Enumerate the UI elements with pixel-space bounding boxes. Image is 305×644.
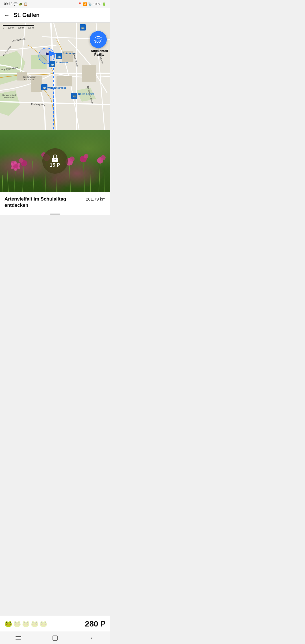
info-section: Artenvielfalt im Schulalltag entdecken 2…	[0, 192, 110, 212]
svg-rect-16	[82, 65, 96, 82]
scale-300: 300 m	[28, 27, 34, 29]
scale-200: 200 m	[18, 27, 24, 29]
svg-point-50	[11, 163, 14, 166]
status-right: 📍 📶 📡 100% 🔋	[78, 2, 106, 6]
svg-point-36	[19, 158, 23, 163]
btn-360[interactable]: 360°	[90, 31, 107, 48]
svg-rect-15	[62, 51, 73, 62]
location-icon: 📍	[78, 2, 82, 6]
card-title: Artenvielfalt im Schulalltag entdecken	[5, 196, 83, 208]
bus-stop-waldgut[interactable]: 🚌	[41, 84, 47, 90]
time-display: 09:13	[4, 2, 12, 6]
svg-line-52	[56, 172, 56, 192]
bus-stop-rotmonten2[interactable]: 🚌	[49, 61, 55, 67]
back-button[interactable]: ←	[4, 12, 10, 18]
bus-stop-rotmonten1[interactable]: 🚌	[56, 53, 62, 59]
svg-line-24	[7, 169, 8, 192]
battery-label: 100%	[93, 2, 101, 6]
bus-stop-obere-leimat[interactable]: 🚌	[71, 93, 77, 99]
svg-point-49	[11, 166, 14, 169]
svg-rect-13	[56, 76, 72, 86]
card-distance: 281.79 km	[86, 196, 106, 201]
card-container: 15 P Artenvielfalt im Schulalltag entdec…	[0, 130, 110, 215]
svg-point-44	[101, 155, 106, 160]
screenshot-icon: 📋	[24, 2, 28, 6]
image-section[interactable]: 15 P	[0, 130, 110, 192]
svg-rect-17	[17, 72, 27, 80]
ar-label: Augmented Reality	[91, 49, 108, 56]
svg-line-30	[83, 160, 85, 192]
svg-line-27	[32, 161, 34, 192]
signal-icon: 📡	[88, 2, 92, 6]
svg-point-45	[14, 161, 17, 164]
lock-points-label: 15 P	[50, 163, 60, 168]
page-title: St. Gallen	[14, 12, 40, 18]
svg-point-40	[69, 156, 75, 162]
ar-label-text2: Reality	[91, 53, 108, 56]
ar-label-text: Augmented	[91, 49, 108, 53]
svg-rect-22	[46, 53, 49, 55]
bus-stop-son[interactable]: 🚌	[80, 24, 86, 31]
map-container[interactable]: 0 100 m 200 m 300 m 🚌 🚌 🚌 🚌 🚌 Rotmonten …	[0, 23, 110, 130]
svg-line-32	[104, 167, 104, 192]
svg-line-53	[90, 171, 91, 192]
scale-bar: 0 100 m 200 m 300 m	[3, 25, 34, 29]
svg-line-26	[23, 164, 24, 192]
scale-100: 100 m	[8, 27, 14, 29]
svg-rect-14	[31, 76, 42, 92]
battery-icon: 🔋	[102, 2, 106, 6]
svg-point-48	[14, 168, 17, 171]
header: ← St. Gallen	[0, 8, 110, 23]
lock-overlay: 15 P	[42, 148, 68, 174]
status-left: 09:13 💬 🐢 📋	[4, 2, 28, 6]
status-bar: 09:13 💬 🐢 📋 📍 📶 📡 100% 🔋	[0, 0, 110, 8]
turtle-icon: 🐢	[19, 2, 23, 6]
scale-0: 0	[3, 27, 4, 29]
svg-line-31	[99, 161, 100, 192]
wifi-icon: 📶	[83, 2, 87, 6]
drag-handle[interactable]	[50, 214, 60, 215]
svg-line-29	[69, 162, 71, 192]
svg-point-46	[18, 163, 20, 166]
lock-icon	[51, 154, 59, 162]
whatsapp-icon: 💬	[14, 2, 18, 6]
svg-marker-23	[101, 37, 102, 38]
svg-point-47	[18, 166, 20, 169]
svg-point-55	[55, 159, 56, 160]
btn-360-label: 360°	[94, 39, 103, 43]
svg-point-42	[84, 154, 88, 158]
svg-line-51	[2, 175, 3, 192]
